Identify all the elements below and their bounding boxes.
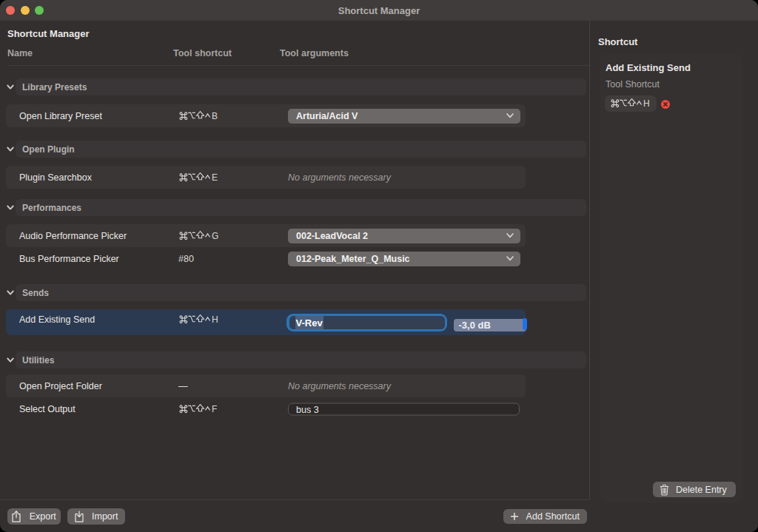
svg-text:F: F (212, 404, 217, 414)
svg-text:B: B (212, 111, 218, 121)
svg-text:E: E (212, 172, 218, 183)
svg-text:H: H (643, 98, 650, 109)
svg-text:H: H (212, 314, 218, 325)
svg-text:G: G (212, 231, 218, 241)
